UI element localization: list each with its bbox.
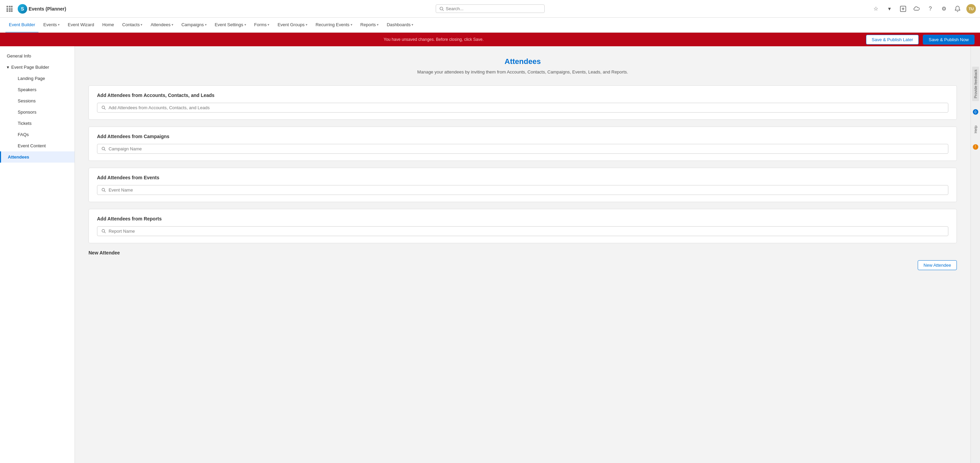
chevron-down-icon: ▾ [172,23,173,27]
sidebar-item-sessions[interactable]: Sessions [11,95,75,106]
app-logo: S [18,4,27,14]
app-launcher[interactable] [4,3,15,14]
search-icon [102,105,106,110]
nav-campaigns[interactable]: Campaigns ▾ [178,18,210,33]
svg-rect-4 [9,8,11,10]
sidebar-item-event-content[interactable]: Event Content [11,140,75,151]
section-accounts: Add Attendees from Accounts, Contacts, a… [89,86,957,120]
sidebar-item-speakers[interactable]: Speakers [11,84,75,95]
nav-home[interactable]: Home [99,18,118,33]
second-nav: Event Builder Events ▾ Event Wizard Home… [0,18,980,33]
add-icon[interactable] [898,4,908,14]
nav-forms[interactable]: Forms ▾ [251,18,273,33]
sidebar-item-tickets[interactable]: Tickets [11,118,75,129]
orange-badge: ! [973,144,978,150]
accounts-search-input[interactable] [108,105,944,110]
chevron-down-icon: ▾ [267,23,269,27]
help-icon[interactable]: ? [926,4,935,14]
svg-point-9 [440,7,442,10]
save-publish-later-button[interactable]: Save & Publish Later [866,35,919,44]
feedback-tab[interactable]: Provide feedback [972,67,979,101]
user-avatar[interactable]: TU [966,4,976,14]
blue-badge: 0 [973,109,978,115]
chevron-down-icon: ▾ [141,23,142,27]
top-nav-right: ☆ ▾ ? ⚙ TU [871,4,976,14]
page-subtitle: Manage your attendees by inviting them f… [89,70,957,75]
events-search-input[interactable] [108,187,944,193]
favorites-icon[interactable]: ☆ [871,4,881,14]
search-bar [436,5,545,13]
right-panel: Provide feedback 0 Help ! [970,46,980,463]
svg-line-15 [104,108,105,109]
svg-rect-5 [11,8,13,10]
svg-point-14 [102,106,105,109]
section-title-events: Add Attendees from Events [97,175,948,180]
campaigns-search-input[interactable] [108,146,944,151]
section-events: Add Attendees from Events [89,168,957,202]
sidebar-item-faqs[interactable]: FAQs [11,129,75,140]
main-layout: General Info ▾ Event Page Builder Landin… [0,46,980,463]
section-title-accounts: Add Attendees from Accounts, Contacts, a… [97,92,948,98]
svg-rect-0 [6,6,8,8]
nav-events[interactable]: Events ▾ [40,18,63,33]
nav-event-settings[interactable]: Event Settings ▾ [212,18,250,33]
svg-point-18 [102,189,105,191]
section-title-campaigns: Add Attendees from Campaigns [97,134,948,139]
unsaved-message: You have unsaved changes. Before closing… [383,37,484,42]
section-title-reports: Add Attendees from Reports [97,216,948,222]
chevron-down-icon: ▾ [205,23,207,27]
svg-rect-2 [11,6,13,8]
chevron-down-icon: ▾ [7,65,9,70]
nav-dropdown-icon[interactable]: ▾ [885,4,894,14]
chevron-down-icon: ▾ [351,23,352,27]
section-campaigns: Add Attendees from Campaigns [89,127,957,161]
svg-line-19 [104,190,105,192]
main-content: Attendees Manage your attendees by invit… [75,46,970,463]
cloud-connect-icon [914,6,920,11]
search-icon [102,188,106,192]
new-attendee-title: New Attendee [89,250,957,255]
nav-reports[interactable]: Reports ▾ [357,18,382,33]
settings-icon[interactable]: ⚙ [939,4,949,14]
waffle-icon [6,5,13,12]
chevron-down-icon: ▾ [305,23,307,27]
nav-attendees[interactable]: Attendees ▾ [147,18,177,33]
section-reports: Add Attendees from Reports [89,209,957,243]
plus-box-icon [900,6,906,12]
svg-rect-6 [6,10,8,12]
sidebar-group-event-page-builder[interactable]: ▾ Event Page Builder [0,62,75,73]
sidebar-item-landing-page[interactable]: Landing Page [11,73,75,84]
svg-line-21 [104,232,105,233]
chevron-down-icon: ▾ [58,23,60,27]
nav-dashboards[interactable]: Dashboards ▾ [383,18,417,33]
svg-rect-3 [6,8,8,10]
sidebar: General Info ▾ Event Page Builder Landin… [0,46,75,463]
save-publish-now-button[interactable]: Save & Publish Now [923,35,975,44]
cloud-icon[interactable] [912,4,921,14]
help-tab[interactable]: Help [972,123,979,136]
new-attendee-section: New Attendee New Attendee [89,250,957,270]
search-icon [102,229,106,233]
sidebar-item-general-info[interactable]: General Info [0,50,75,62]
chevron-down-icon: ▾ [412,23,413,27]
nav-recurring-events[interactable]: Recurring Events ▾ [312,18,356,33]
svg-line-17 [104,149,105,151]
nav-event-groups[interactable]: Event Groups ▾ [274,18,311,33]
notifications-icon[interactable] [953,4,962,14]
new-attendee-button[interactable]: New Attendee [918,260,957,270]
sidebar-item-sponsors[interactable]: Sponsors [11,106,75,118]
nav-event-builder[interactable]: Event Builder [5,18,38,33]
chevron-down-icon: ▾ [377,23,379,27]
svg-rect-1 [9,6,11,8]
reports-search-input[interactable] [108,228,944,234]
accounts-search-row [97,103,948,113]
sidebar-item-attendees[interactable]: Attendees [0,151,75,163]
svg-rect-7 [9,10,11,12]
svg-rect-8 [11,10,13,12]
global-search-input[interactable] [446,6,541,11]
nav-contacts[interactable]: Contacts ▾ [119,18,146,33]
search-icon [439,6,444,11]
svg-line-10 [442,10,443,11]
nav-event-wizard[interactable]: Event Wizard [64,18,97,33]
app-name: Events (Planner) [29,6,66,11]
